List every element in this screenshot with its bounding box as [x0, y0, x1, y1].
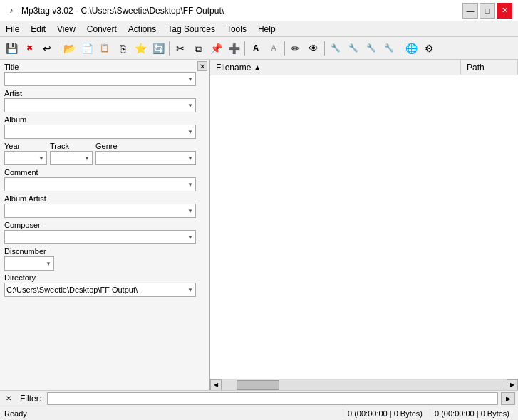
composer-select-wrapper — [4, 230, 196, 244]
album-field-group: Album — [4, 115, 196, 139]
menu-tools[interactable]: Tools — [221, 21, 252, 36]
toolbar-settings[interactable]: ⚙ — [420, 40, 437, 57]
comment-select-wrapper — [4, 177, 196, 191]
filter-go-button[interactable]: ▶ — [501, 392, 515, 405]
comment-select[interactable] — [4, 177, 196, 191]
toolbar-font2[interactable]: A — [265, 40, 282, 57]
toolbar-tools4[interactable]: 🔧 — [380, 40, 398, 57]
toolbar-sep1 — [58, 41, 58, 56]
album-label: Album — [4, 115, 196, 124]
h-scroll-right-button[interactable]: ▶ — [507, 379, 518, 391]
h-scroll-track[interactable] — [222, 379, 507, 391]
toolbar-remove-tag[interactable]: ✖ — [21, 40, 38, 57]
toolbar-font1[interactable]: A — [247, 40, 264, 57]
toolbar-save[interactable]: 💾 — [3, 40, 20, 57]
column-path[interactable]: Path — [461, 60, 518, 75]
app-icon: ♪ — [6, 5, 17, 16]
comment-label: Comment — [4, 168, 196, 177]
column-filename-label: Filename — [216, 63, 251, 73]
filter-input[interactable] — [47, 392, 498, 405]
toolbar-cut[interactable]: ✂ — [172, 40, 189, 57]
column-path-label: Path — [467, 63, 485, 73]
artist-label: Artist — [4, 89, 196, 98]
toolbar-sep2 — [169, 41, 170, 56]
title-controls: — □ ✕ — [462, 3, 512, 19]
toolbar-tools3[interactable]: 🔧 — [363, 40, 380, 57]
menu-file[interactable]: File — [0, 21, 25, 36]
track-select[interactable] — [50, 151, 93, 165]
toolbar-save-as[interactable]: 📋 — [96, 40, 113, 57]
toolbar-copy-tag[interactable]: ⎘ — [114, 40, 131, 57]
discnumber-select-wrapper — [4, 256, 54, 271]
sort-arrow-icon: ▲ — [254, 63, 261, 71]
menu-help[interactable]: Help — [252, 21, 281, 36]
left-panel: ✕ Title Artist Album — [0, 60, 210, 390]
toolbar-open-dir[interactable]: 📂 — [61, 40, 78, 57]
toolbar-view1[interactable]: 👁 — [305, 40, 322, 57]
album-select[interactable] — [4, 125, 196, 139]
title-label: Title — [4, 63, 196, 71]
status-info2: 0 (00:00:00 | 0 Bytes) — [430, 409, 514, 418]
composer-label: Composer — [4, 221, 196, 229]
toolbar-web[interactable]: 🌐 — [403, 40, 420, 57]
menu-actions[interactable]: Actions — [123, 21, 162, 36]
directory-select[interactable]: C:\Users\Sweetie\Desktop\FF Output\ — [4, 283, 196, 297]
filter-bar: ✕ Filter: ▶ — [0, 390, 518, 406]
toolbar-sep4 — [284, 41, 285, 56]
title-select-wrapper — [4, 72, 196, 86]
file-list-header: Filename ▲ Path — [210, 60, 518, 75]
right-panel: Filename ▲ Path ◀ ▶ — [210, 60, 518, 390]
bottom-status-bar: Ready 0 (00:00:00 | 0 Bytes) 0 (00:00:00… — [0, 406, 518, 420]
h-scroll-left-button[interactable]: ◀ — [210, 379, 222, 391]
composer-field-group: Composer — [4, 221, 196, 244]
genre-select[interactable] — [95, 151, 196, 165]
status-info1: 0 (00:00:00 | 0 Bytes) — [343, 409, 427, 418]
h-scroll-thumb — [237, 380, 279, 390]
menu-edit[interactable]: Edit — [25, 21, 51, 36]
title-left: ♪ Mp3tag v3.02 - C:\Users\Sweetie\Deskto… — [6, 5, 224, 16]
year-col: Year — [4, 142, 47, 165]
left-panel-content: Title Artist Album — [0, 60, 209, 390]
file-list-content — [210, 75, 518, 379]
status-ready-text: Ready — [4, 409, 340, 418]
toolbar-open-files[interactable]: 📄 — [78, 40, 95, 57]
track-label: Track — [50, 142, 93, 150]
discnumber-field-group: Discnumber — [4, 247, 196, 271]
menu-tag-sources[interactable]: Tag Sources — [162, 21, 221, 36]
composer-select[interactable] — [4, 230, 196, 244]
filter-clear-button[interactable]: ✕ — [3, 393, 14, 404]
year-select[interactable] — [4, 151, 47, 165]
minimize-button[interactable]: — — [462, 3, 478, 19]
track-select-wrapper — [50, 151, 93, 165]
year-label: Year — [4, 142, 47, 150]
menu-view[interactable]: View — [51, 21, 81, 36]
toolbar-tools2[interactable]: 🔧 — [345, 40, 362, 57]
toolbar-edit1[interactable]: ✏ — [287, 40, 304, 57]
artist-select[interactable] — [4, 98, 196, 112]
title-field-group: Title — [4, 63, 196, 86]
toolbar-add[interactable]: ➕ — [225, 40, 242, 57]
toolbar-tools1[interactable]: 🔧 — [327, 40, 344, 57]
toolbar-copy[interactable]: ⧉ — [190, 40, 207, 57]
close-button[interactable]: ✕ — [497, 3, 512, 19]
title-select[interactable] — [4, 72, 196, 86]
genre-col: Genre — [95, 142, 196, 165]
album-artist-field-group: Album Artist — [4, 194, 196, 218]
discnumber-select[interactable] — [4, 256, 54, 271]
horizontal-scrollbar: ◀ ▶ — [210, 379, 518, 390]
directory-select-wrapper: C:\Users\Sweetie\Desktop\FF Output\ — [4, 283, 196, 297]
left-panel-close-button[interactable]: ✕ — [197, 61, 207, 71]
main-area: ✕ Title Artist Album — [0, 60, 518, 390]
toolbar-star[interactable]: ⭐ — [132, 40, 149, 57]
toolbar-paste[interactable]: 📌 — [207, 40, 224, 57]
toolbar: 💾 ✖ ↩ 📂 📄 📋 ⎘ ⭐ 🔄 ✂ ⧉ 📌 ➕ A A ✏ 👁 🔧 🔧 🔧 … — [0, 37, 518, 60]
menu-convert[interactable]: Convert — [81, 21, 123, 36]
maximize-button[interactable]: □ — [480, 3, 495, 19]
toolbar-undo[interactable]: ↩ — [38, 40, 56, 57]
toolbar-sep5 — [324, 41, 325, 56]
column-filename[interactable]: Filename ▲ — [210, 60, 461, 75]
comment-field-group: Comment — [4, 168, 196, 191]
directory-label: Directory — [4, 273, 196, 282]
album-artist-select[interactable] — [4, 204, 196, 218]
toolbar-reload[interactable]: 🔄 — [150, 40, 167, 57]
